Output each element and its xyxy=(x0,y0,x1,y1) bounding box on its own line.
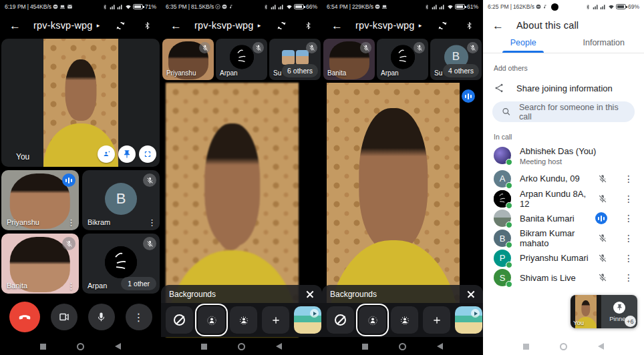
bluetooth-button[interactable] xyxy=(143,20,152,31)
close-icon[interactable] xyxy=(305,290,314,298)
overflow-count-badge[interactable]: +6 xyxy=(625,316,636,327)
battery-percent: 71% xyxy=(145,3,156,10)
participant-thumbnail[interactable]: Priyanshu xyxy=(162,39,214,80)
effects-button[interactable] xyxy=(98,145,115,163)
pinned-self-view[interactable]: You Pinned +6 xyxy=(571,295,637,328)
tab-people[interactable]: People xyxy=(483,38,564,53)
nav-back-button[interactable] xyxy=(437,343,443,350)
svg-text:P: P xyxy=(217,5,219,9)
home-button[interactable] xyxy=(238,343,245,350)
meeting-code[interactable]: rpv-ksvp-wpg xyxy=(355,20,415,31)
participant-menu-button[interactable] xyxy=(624,272,633,283)
status-right-icons: 66% xyxy=(263,3,317,10)
others-count-pill[interactable]: 6 others xyxy=(282,64,318,77)
background-none-option[interactable] xyxy=(327,306,354,334)
end-call-icon xyxy=(17,310,32,324)
background-image-beach[interactable] xyxy=(294,306,321,334)
participant-menu-button[interactable] xyxy=(624,194,633,204)
self-video-tile[interactable]: You xyxy=(1,39,160,167)
home-button[interactable] xyxy=(560,343,567,350)
home-button[interactable] xyxy=(77,343,84,350)
tile-menu-button[interactable] xyxy=(67,218,75,228)
back-button[interactable] xyxy=(331,20,343,31)
switch-camera-button[interactable] xyxy=(114,19,127,32)
close-icon[interactable] xyxy=(466,290,475,298)
nav-back-button[interactable] xyxy=(276,343,282,350)
mic-toggle-button[interactable] xyxy=(88,304,115,330)
back-button[interactable] xyxy=(170,20,182,31)
recents-button[interactable] xyxy=(40,344,46,350)
switch-camera-button[interactable] xyxy=(275,19,288,32)
speaking-indicator-icon xyxy=(595,212,607,224)
background-add-option[interactable] xyxy=(262,306,289,334)
nav-back-button[interactable] xyxy=(598,343,604,350)
fullscreen-button[interactable] xyxy=(139,145,156,163)
recents-button[interactable] xyxy=(201,344,207,350)
background-blur-strong-option[interactable] xyxy=(391,306,418,334)
participant-thumbnail[interactable]: B Su 4 others xyxy=(430,39,482,80)
background-add-option[interactable] xyxy=(423,306,450,334)
background-image-beach[interactable] xyxy=(455,306,482,334)
avatar xyxy=(494,210,511,227)
background-blur-strong-option[interactable] xyxy=(230,306,257,334)
participant-menu-button[interactable] xyxy=(624,173,633,184)
more-options-button[interactable] xyxy=(126,304,152,330)
participant-tile[interactable]: Arpan 1 other xyxy=(82,234,160,294)
participant-thumbnails: Priyanshu Arpan Su 6 others xyxy=(162,39,321,80)
list-item[interactable]: Abhishek Das (You) Meeting host xyxy=(483,142,644,169)
background-blur-light-option[interactable] xyxy=(359,306,386,334)
bluetooth-button[interactable] xyxy=(304,20,313,31)
battery-icon xyxy=(455,4,465,9)
participant-tile[interactable]: Priyanshu xyxy=(1,170,79,230)
overflow-count[interactable]: 1 other xyxy=(121,277,156,290)
sheet-title: Backgrounds xyxy=(330,290,377,299)
mic-off-icon xyxy=(306,42,317,53)
list-item[interactable]: P Priyanshu Kumari xyxy=(483,248,644,268)
back-button[interactable] xyxy=(9,20,21,31)
list-item[interactable]: Arpan Kundu 8A, 12 xyxy=(483,189,644,209)
tile-menu-button[interactable] xyxy=(67,281,75,291)
participant-thumbnail[interactable]: Arpan xyxy=(377,39,428,80)
participant-thumbnail[interactable]: Banita xyxy=(323,39,375,80)
meeting-code[interactable]: rpv-ksvp-wpg xyxy=(194,20,254,31)
tile-menu-button[interactable] xyxy=(148,218,156,228)
list-item[interactable]: Banita Kumari xyxy=(483,209,644,229)
recents-button[interactable] xyxy=(523,344,529,350)
participant-menu-button[interactable] xyxy=(624,213,633,224)
home-button[interactable] xyxy=(399,343,406,350)
list-item[interactable]: S Shivam is Live xyxy=(483,268,644,288)
tab-information[interactable]: Information xyxy=(564,38,644,53)
participant-menu-button[interactable] xyxy=(624,253,633,264)
end-call-button[interactable] xyxy=(9,302,40,332)
avatar: S xyxy=(494,269,511,286)
background-blur-light-option[interactable] xyxy=(198,306,225,334)
bluetooth-icon xyxy=(424,4,430,10)
notification-icons: P xyxy=(215,4,233,9)
participant-tile[interactable]: B Bikram xyxy=(82,170,160,230)
call-app-bar: rpv-ksvp-wpg xyxy=(322,13,483,37)
bluetooth-button[interactable] xyxy=(465,20,474,31)
participant-menu-button[interactable] xyxy=(624,233,633,244)
mic-off-icon xyxy=(414,42,425,53)
chevron-down-icon xyxy=(258,22,261,29)
participant-name: Arpan xyxy=(381,69,399,77)
pin-button[interactable] xyxy=(118,145,136,163)
camera-toggle-button[interactable] xyxy=(51,304,77,330)
share-joining-info-button[interactable]: Share joining information xyxy=(494,79,633,97)
others-count-pill[interactable]: 4 others xyxy=(443,64,479,77)
background-none-option[interactable] xyxy=(166,306,193,334)
participant-thumbnail[interactable]: Su 6 others xyxy=(269,39,321,80)
switch-camera-button[interactable] xyxy=(436,19,449,32)
list-item[interactable]: B Bikram Kumar mahato xyxy=(483,228,644,248)
search-input[interactable]: Search for someone in this call xyxy=(492,101,635,122)
recents-button[interactable] xyxy=(362,344,368,350)
list-item[interactable]: A Arko Kundu, 09 xyxy=(483,169,644,189)
mic-off-icon xyxy=(360,42,371,53)
participant-tile[interactable]: Banita xyxy=(1,234,79,294)
participant-grid: Priyanshu B Bikram Banita xyxy=(1,170,160,294)
nav-back-button[interactable] xyxy=(115,343,121,350)
participant-thumbnail[interactable]: Arpan xyxy=(216,39,267,80)
meeting-code[interactable]: rpv-ksvp-wpg xyxy=(33,20,93,31)
back-button[interactable] xyxy=(492,20,504,31)
signal-icon xyxy=(432,4,438,10)
